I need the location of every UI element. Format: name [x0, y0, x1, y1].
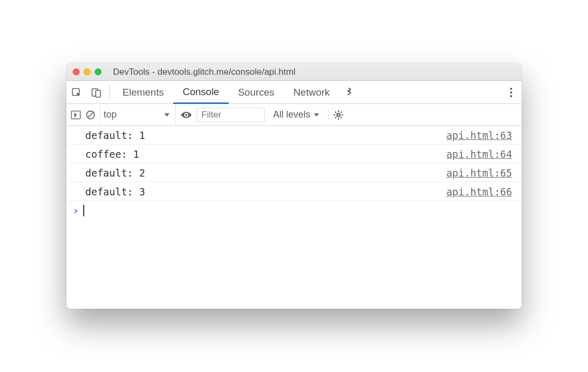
- log-levels-label: All levels: [273, 109, 310, 120]
- console-message-source[interactable]: api.html:63: [446, 130, 512, 141]
- tab-console[interactable]: Console: [173, 81, 229, 104]
- console-message-row[interactable]: default: 3 api.html:66: [66, 182, 522, 201]
- tab-label: Elements: [122, 87, 164, 98]
- log-levels-dropdown[interactable]: All levels: [269, 109, 324, 120]
- tab-label: Sources: [238, 87, 275, 98]
- console-settings-icon[interactable]: [333, 109, 344, 121]
- console-message-source[interactable]: api.html:65: [446, 167, 512, 179]
- clear-console-icon[interactable]: [85, 110, 96, 120]
- chevron-down-icon: [164, 112, 170, 118]
- titlebar: DevTools - devtools.glitch.me/console/ap…: [66, 63, 522, 81]
- tab-sources[interactable]: Sources: [229, 81, 284, 103]
- traffic-lights: [73, 68, 101, 75]
- chevron-down-icon: [313, 112, 320, 118]
- svg-point-9: [185, 114, 187, 116]
- close-window-button[interactable]: [73, 68, 80, 75]
- divider: [328, 109, 329, 121]
- tab-network[interactable]: Network: [284, 81, 340, 103]
- console-toolbar: top All levels: [66, 104, 522, 126]
- console-message-row[interactable]: coffee: 1 api.html:64: [66, 145, 522, 164]
- svg-line-16: [335, 117, 336, 118]
- console-messages: default: 1 api.html:63 coffee: 1 api.htm…: [66, 126, 522, 309]
- window-title: DevTools - devtools.glitch.me/console/ap…: [111, 67, 515, 77]
- settings-menu-button[interactable]: [501, 81, 522, 103]
- device-toolbar-icon[interactable]: [86, 81, 106, 103]
- svg-line-15: [341, 117, 342, 118]
- console-prompt[interactable]: ›: [66, 201, 522, 220]
- console-message-text: default: 3: [85, 186, 145, 197]
- console-message-source[interactable]: api.html:64: [446, 148, 512, 160]
- svg-line-14: [335, 111, 336, 112]
- zoom-window-button[interactable]: [95, 68, 101, 75]
- console-message-row[interactable]: default: 2 api.html:65: [66, 164, 522, 182]
- svg-line-8: [88, 112, 94, 118]
- text-cursor: [83, 205, 84, 216]
- tab-label: Console: [183, 86, 219, 98]
- console-message-text: coffee: 1: [85, 148, 139, 160]
- inspect-element-icon[interactable]: [66, 81, 86, 103]
- more-tabs-button[interactable]: [339, 81, 360, 103]
- tab-label: Network: [293, 87, 330, 98]
- console-message-source[interactable]: api.html:66: [446, 186, 512, 197]
- context-dropdown[interactable]: top: [100, 104, 176, 125]
- svg-point-3: [510, 88, 512, 90]
- filter-input[interactable]: [197, 108, 265, 122]
- prompt-chevron-icon: ›: [73, 204, 79, 217]
- panel-tabstrip: Elements Console Sources Network: [66, 81, 522, 104]
- toggle-sidebar-icon[interactable]: [71, 110, 81, 120]
- svg-rect-2: [96, 90, 100, 97]
- live-expression-icon[interactable]: [180, 111, 193, 119]
- devtools-window: DevTools - devtools.glitch.me/console/ap…: [66, 63, 522, 309]
- tab-elements[interactable]: Elements: [113, 81, 173, 103]
- svg-point-5: [510, 95, 512, 97]
- svg-line-17: [341, 111, 342, 112]
- svg-point-4: [510, 91, 512, 94]
- minimize-window-button[interactable]: [84, 68, 91, 75]
- divider: [109, 85, 110, 99]
- console-message-text: default: 1: [85, 130, 145, 141]
- console-message-row[interactable]: default: 1 api.html:63: [66, 126, 522, 145]
- context-dropdown-label: top: [104, 109, 117, 120]
- console-message-text: default: 2: [85, 167, 145, 179]
